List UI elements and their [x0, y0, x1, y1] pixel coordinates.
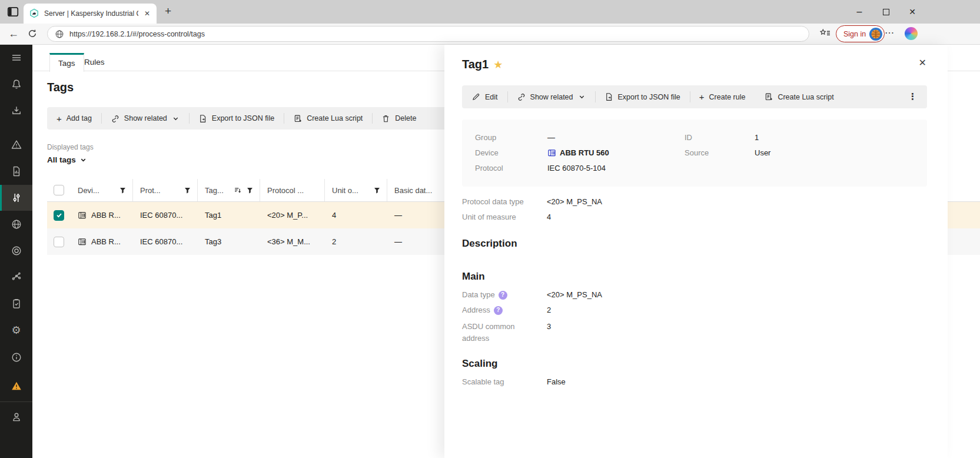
updates-download-icon[interactable] — [0, 98, 32, 124]
url-text[interactable]: https://192.168.2.1/#/process-control/ta… — [69, 30, 205, 38]
notifications-bell-icon[interactable] — [0, 71, 32, 97]
export-json-button[interactable]: Export to JSON file — [189, 107, 284, 130]
browser-tab[interactable]: Server | Kaspersky Industrial Cybe ✕ — [24, 4, 157, 24]
more-actions-kebab-icon[interactable]: ⋮ — [908, 91, 917, 102]
target-scope-icon[interactable] — [0, 238, 32, 264]
tab-tags[interactable]: Tags — [49, 53, 84, 72]
site-favicon — [29, 8, 39, 19]
show-related-button[interactable]: Show related — [101, 107, 189, 130]
app-sidebar: ⚙ — [0, 45, 32, 458]
device-link[interactable]: ABB RTU 560 — [547, 148, 609, 157]
filter-icon[interactable] — [119, 187, 127, 194]
data-type-row: Data type ? <20> M_PS_NA — [462, 289, 602, 301]
license-warning-icon[interactable] — [0, 373, 32, 399]
source-label: Source — [685, 148, 755, 157]
url-bar[interactable]: https://192.168.2.1/#/process-control/ta… — [47, 26, 809, 42]
unit-of-measure-row: Unit of measure 4 — [462, 211, 551, 223]
create-lua-script-button[interactable]: Create Lua script — [284, 107, 372, 130]
menu-icon[interactable] — [0, 45, 32, 71]
window-close-button[interactable]: ✕ — [899, 0, 926, 24]
create-lua-script-button[interactable]: Create Lua script — [755, 85, 843, 108]
sign-in-button[interactable]: Sign in — [836, 25, 885, 42]
tags-filter-dropdown[interactable]: All tags — [47, 155, 87, 164]
network-globe-icon[interactable] — [0, 211, 32, 237]
topology-nodes-icon[interactable] — [0, 264, 32, 290]
user-account-icon[interactable] — [0, 404, 32, 430]
create-rule-button[interactable]: + Create rule — [690, 85, 755, 108]
scalable-tag-row: Scalable tag False — [462, 376, 566, 388]
id-value: 1 — [755, 133, 759, 142]
file-export-icon — [198, 114, 207, 123]
site-info-globe-icon[interactable] — [55, 29, 64, 39]
audit-clipboard-icon[interactable] — [0, 291, 32, 317]
chevron-down-icon — [79, 156, 87, 164]
window-minimize-button[interactable]: – — [846, 0, 873, 24]
chevron-down-icon — [578, 93, 586, 101]
column-header-device[interactable]: Devi... — [71, 179, 133, 201]
link-icon — [111, 114, 119, 123]
asdu-common-address-row: ASDU common address 3 — [462, 321, 551, 344]
displayed-tags-label: Displayed tags — [47, 143, 94, 151]
edit-button[interactable]: Edit — [462, 85, 507, 108]
help-icon[interactable]: ? — [494, 306, 503, 315]
tab-close-icon[interactable]: ✕ — [143, 9, 151, 18]
protocol-data-type-row: Protocol data type <20> M_PS_NA — [462, 196, 602, 208]
cell-protocol-data-type: <20> M_P... — [260, 202, 325, 228]
filter-icon[interactable] — [184, 187, 191, 194]
link-icon — [517, 92, 526, 101]
protocol-label: Protocol — [475, 164, 547, 172]
id-label: ID — [685, 133, 755, 142]
refresh-icon[interactable] — [27, 28, 38, 39]
window-maximize-button[interactable] — [872, 0, 899, 24]
row-checkbox[interactable] — [47, 202, 71, 228]
browser-tab-title: Server | Kaspersky Industrial Cybe — [44, 9, 138, 18]
copilot-icon[interactable] — [905, 27, 918, 40]
tag-overview-card: Group— Device ABB RTU 560 ProtocolIEC 60… — [462, 120, 927, 187]
file-export-icon — [604, 92, 613, 101]
tab-actions-icon[interactable] — [6, 5, 19, 18]
source-value: User — [755, 148, 770, 157]
cell-protocol: IEC 60870... — [133, 202, 198, 228]
group-value: — — [547, 133, 555, 142]
column-header-protocol-data-type[interactable]: Protocol ... — [260, 179, 325, 201]
settings-gear-icon[interactable]: ⚙ — [0, 317, 32, 343]
column-header-protocol[interactable]: Prot... — [133, 179, 198, 201]
browser-tab-strip: Server | Kaspersky Industrial Cybe ✕ + –… — [0, 0, 980, 24]
back-icon[interactable]: ← — [8, 28, 19, 39]
delete-button[interactable]: Delete — [372, 107, 426, 130]
protocol-value: IEC 60870-5-104 — [547, 164, 606, 172]
device-label: Device — [475, 148, 547, 157]
address-row: Address ? 2 — [462, 304, 551, 316]
column-header-tag-name[interactable]: Tag... — [198, 179, 260, 201]
add-tag-button[interactable]: + Add tag — [47, 107, 101, 130]
favorite-star-icon[interactable]: ★ — [493, 58, 503, 71]
panel-close-icon[interactable]: ✕ — [919, 57, 926, 68]
show-related-button[interactable]: Show related — [507, 85, 595, 108]
alerts-warning-icon[interactable] — [0, 132, 32, 158]
column-header-unit[interactable]: Unit o... — [325, 179, 387, 201]
help-icon[interactable]: ? — [499, 291, 507, 300]
sidebar-divider — [0, 401, 32, 402]
device-rtu-icon — [547, 148, 556, 157]
filter-icon[interactable] — [246, 187, 254, 194]
new-tab-button[interactable]: + — [165, 5, 171, 18]
reports-document-icon[interactable] — [0, 158, 32, 184]
favorites-icon[interactable] — [819, 28, 831, 39]
export-json-button[interactable]: Export to JSON file — [595, 85, 690, 108]
sidebar-item-process-control[interactable] — [0, 185, 32, 211]
sign-in-label: Sign in — [843, 30, 866, 38]
filter-icon[interactable] — [373, 187, 381, 194]
cell-device: ABB R... — [71, 228, 133, 255]
browser-menu-icon[interactable]: ⋯ — [885, 27, 894, 39]
cell-unit: 4 — [325, 202, 387, 228]
info-icon[interactable] — [0, 344, 32, 370]
plus-icon: + — [57, 114, 62, 123]
cell-device: ABB R... — [71, 202, 133, 228]
sort-icon[interactable] — [234, 186, 242, 194]
device-rtu-icon — [78, 211, 87, 220]
row-checkbox[interactable] — [47, 228, 71, 255]
select-all-checkbox[interactable] — [47, 179, 71, 201]
cell-tag-name: Tag3 — [198, 228, 260, 255]
tag-actions-toolbar: Edit Show related Export to JSON file + … — [462, 85, 927, 108]
profile-avatar — [869, 28, 882, 41]
